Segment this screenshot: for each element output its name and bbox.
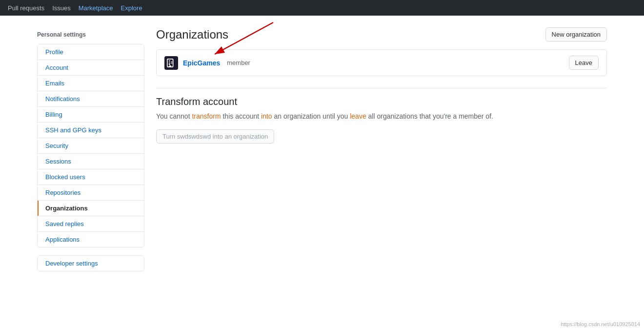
sidebar-item-repositories[interactable]: Repositories	[38, 185, 144, 201]
org-section: EpicGames member Leave	[156, 49, 607, 76]
sidebar-item-profile[interactable]: Profile	[38, 44, 144, 60]
sidebar-item-blocked[interactable]: Blocked users	[38, 169, 144, 185]
sidebar-link-profile[interactable]: Profile	[38, 44, 144, 60]
sidebar: Personal settings Profile Account Emails…	[37, 27, 144, 271]
sidebar-item-security[interactable]: Security	[38, 138, 144, 154]
sidebar-link-developer-settings[interactable]: Developer settings	[38, 256, 144, 271]
nav-marketplace[interactable]: Marketplace	[79, 4, 113, 12]
sidebar-link-ssh-gpg[interactable]: SSH and GPG keys	[38, 123, 144, 138]
sidebar-link-notifications[interactable]: Notifications	[38, 91, 144, 106]
org-name: EpicGames	[183, 59, 220, 67]
nav-pull-requests[interactable]: Pull requests	[8, 4, 44, 12]
sidebar-link-sessions[interactable]: Sessions	[38, 154, 144, 169]
new-org-button[interactable]: New organization	[545, 27, 607, 41]
org-avatar	[164, 56, 178, 70]
nav-issues[interactable]: Issues	[52, 4, 71, 12]
sidebar-link-security[interactable]: Security	[38, 138, 144, 153]
sidebar-item-billing[interactable]: Billing	[38, 107, 144, 123]
sidebar-section-title: Personal settings	[37, 27, 144, 42]
sidebar-link-organizations[interactable]: Organizations	[38, 201, 144, 216]
main-content: Organizations New organization	[156, 27, 607, 271]
sidebar-item-developer-settings[interactable]: Developer settings	[38, 256, 144, 271]
sidebar-dev-nav: Developer settings	[37, 255, 144, 271]
sidebar-item-organizations[interactable]: Organizations	[38, 201, 144, 216]
sidebar-item-saved-replies[interactable]: Saved replies	[38, 216, 144, 232]
top-navigation: Pull requests Issues Marketplace Explore	[0, 0, 644, 16]
nav-explore[interactable]: Explore	[121, 4, 142, 12]
sidebar-link-saved-replies[interactable]: Saved replies	[38, 216, 144, 231]
page-title: Organizations	[156, 28, 228, 41]
sidebar-nav: Profile Account Emails Notifications Bil…	[37, 44, 144, 248]
leave-org-button[interactable]: Leave	[569, 56, 599, 70]
transform-button[interactable]: Turn swdswdswd into an organization	[156, 129, 274, 144]
sidebar-item-sessions[interactable]: Sessions	[38, 154, 144, 169]
transform-description: You cannot transform this account into a…	[156, 111, 607, 122]
sidebar-link-applications[interactable]: Applications	[38, 232, 144, 247]
sidebar-link-repositories[interactable]: Repositories	[38, 185, 144, 200]
sidebar-link-billing[interactable]: Billing	[38, 107, 144, 122]
org-role: member	[227, 59, 250, 66]
page-header: Organizations New organization	[156, 27, 607, 41]
sidebar-item-applications[interactable]: Applications	[38, 232, 144, 247]
org-info: EpicGames member	[164, 56, 250, 70]
sidebar-item-notifications[interactable]: Notifications	[38, 91, 144, 107]
section-divider	[156, 88, 607, 88]
sidebar-link-blocked[interactable]: Blocked users	[38, 169, 144, 185]
page-layout: Personal settings Profile Account Emails…	[29, 16, 615, 283]
sidebar-item-ssh-gpg[interactable]: SSH and GPG keys	[38, 123, 144, 138]
sidebar-link-account[interactable]: Account	[38, 60, 144, 75]
sidebar-item-account[interactable]: Account	[38, 60, 144, 76]
org-card: EpicGames member Leave	[156, 49, 607, 76]
sidebar-item-emails[interactable]: Emails	[38, 76, 144, 91]
sidebar-link-emails[interactable]: Emails	[38, 76, 144, 91]
transform-title: Transform account	[156, 96, 607, 107]
